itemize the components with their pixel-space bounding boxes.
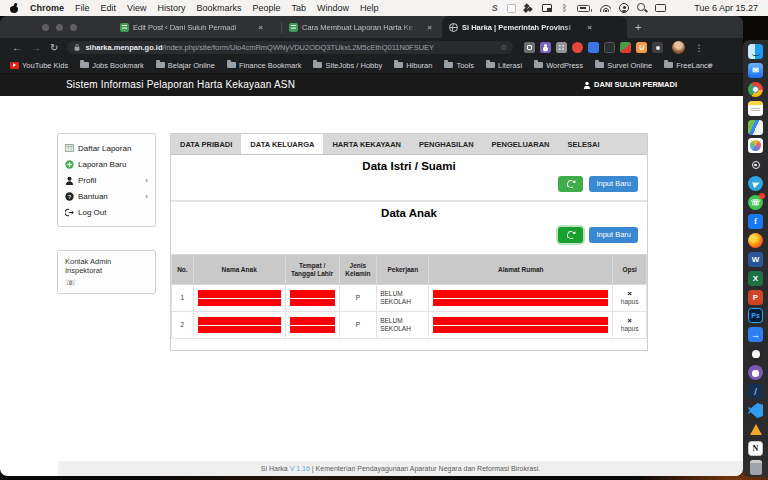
close-window-button[interactable] (42, 24, 49, 31)
bookmark-youtube-kids[interactable]: YouTube Kids (10, 61, 68, 70)
browser-tab-1[interactable]: Edit Post ‹ Dani Suluh Permadi × (113, 16, 281, 38)
profile-avatar[interactable] (672, 41, 685, 54)
menu-help[interactable]: Help (360, 3, 379, 13)
notes-dock-icon[interactable] (748, 101, 763, 116)
extension-icon-7[interactable] (620, 42, 631, 53)
github-dock-icon[interactable] (748, 365, 763, 380)
chrome-dock-icon[interactable] (748, 82, 763, 97)
grammarly-status-icon[interactable]: S (490, 2, 499, 14)
menu-app-name[interactable]: Chrome (30, 3, 64, 13)
powerpoint-dock-icon[interactable]: P (748, 290, 763, 305)
browser-tab-2[interactable]: Cara Membuat Laporan Harta Ke × (282, 16, 442, 38)
bookmark-folder-hiburan[interactable]: Hiburan (394, 61, 432, 70)
logged-in-user[interactable]: DANI SULUH PERMADI (583, 80, 677, 89)
extension-icon-3[interactable] (556, 42, 567, 53)
menu-history[interactable]: History (157, 3, 185, 13)
address-bar[interactable]: siharka.menpan.go.id/index.php/site/form… (67, 41, 513, 54)
close-tab-icon[interactable]: × (424, 22, 435, 33)
extension-icon-8[interactable]: U (636, 42, 647, 53)
tab-selesai[interactable]: SELESAI (559, 134, 609, 154)
sidebar-item-profil[interactable]: Profil › (65, 172, 148, 188)
input-baru-button[interactable]: Input Baru (589, 176, 638, 192)
excel-dock-icon[interactable]: X (748, 271, 763, 286)
reload-icon[interactable]: ↻ (50, 43, 58, 53)
account-status-icon[interactable] (619, 3, 629, 13)
bookmark-folder-survei[interactable]: Survei Online (595, 61, 652, 70)
firefox-dock-icon[interactable] (748, 233, 763, 248)
back-icon[interactable]: ← (12, 43, 22, 53)
maximize-window-button[interactable] (70, 24, 77, 31)
close-tab-icon[interactable]: × (255, 22, 266, 33)
spotlight-search-icon[interactable] (637, 3, 647, 13)
tab-data-keluarga[interactable]: DATA KELUARGA (241, 134, 323, 154)
designer-app-dock-icon[interactable]: / (748, 384, 763, 399)
forward-icon[interactable]: → (31, 43, 41, 53)
refresh-button[interactable] (558, 227, 583, 243)
vscode-dock-icon[interactable] (748, 403, 763, 418)
menu-edit[interactable]: Edit (101, 3, 117, 13)
extension-icon-1[interactable] (524, 42, 535, 53)
hapus-link[interactable]: hapus (616, 325, 643, 333)
facebook-dock-icon[interactable]: f (748, 214, 763, 229)
bookmark-folder-tools[interactable]: Tools (444, 61, 474, 70)
chrome-menu-icon[interactable]: ⋮ (694, 43, 703, 53)
word-dock-icon[interactable]: W (748, 252, 763, 267)
extension-icon-9[interactable] (652, 42, 663, 53)
trash-dock-icon[interactable] (750, 460, 762, 475)
fingerprint-app-dock-icon[interactable] (748, 157, 763, 172)
refresh-button[interactable] (558, 176, 583, 192)
bookmark-folder-wordpress[interactable]: WordPress (534, 61, 583, 70)
extension-icon-6[interactable] (604, 42, 615, 53)
sidebar-item-log-out[interactable]: Log Out (65, 204, 148, 220)
bookmark-folder-freelance[interactable]: FreeLance (664, 61, 712, 70)
input-baru-button[interactable]: Input Baru (589, 227, 638, 243)
menu-window[interactable]: Window (317, 3, 349, 13)
close-tab-icon[interactable]: × (584, 22, 595, 33)
battery-status-icon[interactable] (577, 5, 590, 12)
chrome-status-icon[interactable] (674, 3, 684, 13)
mail-dock-icon[interactable]: ✉ (748, 63, 763, 78)
maps-dock-icon[interactable] (748, 120, 763, 135)
surveymonkey-dock-icon[interactable] (748, 346, 763, 361)
delete-icon[interactable]: × (616, 317, 643, 325)
tab-pengeluaran[interactable]: PENGELUARAN (483, 134, 559, 154)
bookmark-folder-belajar[interactable]: Belajar Online (156, 61, 215, 70)
extension-icon-5[interactable] (588, 42, 599, 53)
bookmark-star-icon[interactable]: ☆ (500, 43, 507, 52)
display-status-icon[interactable] (655, 4, 666, 12)
bookmark-folder-sitejobs[interactable]: SiteJobs / Hobby (313, 61, 382, 70)
menu-file[interactable]: File (75, 3, 90, 13)
apple-menu-icon[interactable] (10, 3, 19, 14)
sidebar-item-bantuan[interactable]: ? Bantuan › (65, 188, 148, 204)
tab-data-pribadi[interactable]: DATA PRIBADI (171, 134, 241, 154)
minimize-window-button[interactable] (56, 24, 63, 31)
menu-view[interactable]: View (127, 3, 146, 13)
photoshop-dock-icon[interactable]: Ps (748, 308, 763, 323)
bookmarks-overflow-icon[interactable]: » (708, 60, 713, 70)
wifi-status-icon[interactable] (600, 4, 611, 12)
delete-icon[interactable]: × (616, 290, 643, 298)
whatsapp-dock-icon[interactable]: ☏ (748, 195, 763, 210)
bluetooth-status-icon[interactable]: ᛒ (560, 2, 569, 14)
extension-icon-2[interactable] (540, 42, 551, 53)
footer-version-link[interactable]: V 1.16 (290, 465, 310, 472)
sidebar-item-daftar-laporan[interactable]: Daftar Laporan (65, 140, 148, 156)
telegram-dock-icon[interactable] (748, 176, 763, 191)
browser-tab-active[interactable]: Si Harka | Pemerintah Provinsi × (442, 16, 627, 38)
photos-dock-icon[interactable] (748, 138, 763, 153)
menu-bookmarks[interactable]: Bookmarks (196, 3, 241, 13)
notes-status-icon[interactable] (507, 4, 516, 13)
notion-dock-icon[interactable]: N (748, 441, 763, 456)
tab-penghasilan[interactable]: PENGHASILAN (410, 134, 483, 154)
menu-tab[interactable]: Tab (291, 3, 306, 13)
tab-harta-kekayaan[interactable]: HARTA KEKAYAAN (323, 134, 410, 154)
hapus-link[interactable]: hapus (616, 298, 643, 306)
zeplin-dock-icon[interactable] (748, 422, 763, 437)
share-app-dock-icon[interactable]: → (748, 327, 763, 342)
bookmark-folder-finance[interactable]: Finance Bookmark (227, 61, 302, 70)
screen-mirroring-status-icon[interactable] (542, 4, 552, 12)
bookmark-folder-literasi[interactable]: Literasi (486, 61, 522, 70)
new-tab-button[interactable]: + (635, 16, 641, 38)
extension-icon-4[interactable] (572, 42, 583, 53)
finder-dock-icon[interactable] (748, 44, 763, 59)
